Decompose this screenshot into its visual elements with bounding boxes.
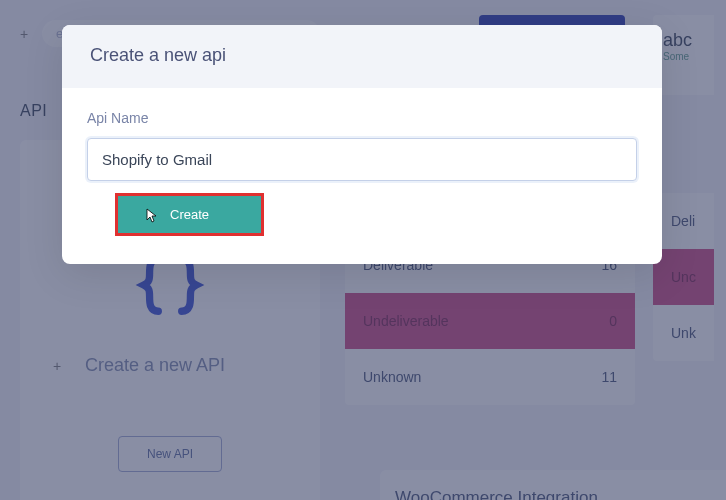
modal-title: Create a new api <box>62 25 662 88</box>
create-button-highlight: Create <box>115 193 264 236</box>
api-name-input[interactable] <box>87 138 637 181</box>
api-name-label: Api Name <box>87 110 637 126</box>
create-api-modal: Create a new api Api Name Create <box>62 25 662 264</box>
create-button[interactable]: Create <box>118 196 261 233</box>
modal-body: Api Name Create <box>62 88 662 264</box>
